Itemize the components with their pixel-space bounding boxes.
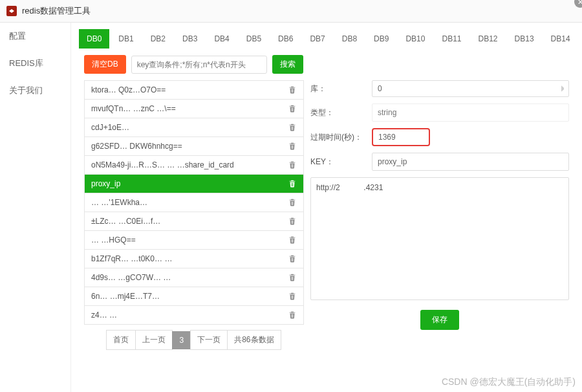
pager-prev[interactable]: 上一页	[135, 330, 173, 350]
tab-db5[interactable]: DB5	[239, 29, 269, 49]
trash-icon[interactable]	[288, 273, 297, 282]
key-label: mvufQTn… …znC …\==	[91, 104, 176, 113]
key-label: proxy_ip	[91, 179, 120, 188]
key-label: oN5Ma49-ji…R…S… … …share_id_card	[91, 160, 234, 169]
redis-logo-icon	[6, 6, 17, 16]
pager-total: 共86条数据	[227, 330, 281, 350]
db-label: 库：	[310, 83, 372, 94]
tab-db3[interactable]: DB3	[175, 29, 205, 49]
ttl-value[interactable]: 1369	[372, 128, 430, 146]
key-row[interactable]: oN5Ma49-ji…R…S… … …share_id_card	[85, 156, 303, 175]
sidebar-item-config[interactable]: 配置	[0, 23, 70, 50]
trash-icon[interactable]	[288, 85, 297, 94]
key-label: 6n… …mj4E…T7…	[91, 292, 160, 301]
search-input[interactable]	[131, 56, 267, 74]
detail-panel: 库： 0 类型： string 过期时间(秒)： 1369 KEY：	[310, 80, 569, 350]
key-label: KEY：	[310, 157, 372, 168]
key-label: b1Zf7qR… …t0K0… …	[91, 254, 172, 263]
main: 配置 REDIS库 关于我们 DB0DB1DB2DB3DB4DB5DB6DB7D…	[0, 23, 582, 392]
pager-current: 3	[172, 331, 191, 349]
trash-icon[interactable]	[288, 310, 297, 320]
content: DB0DB1DB2DB3DB4DB5DB6DB7DB8DB9DB10DB11DB…	[71, 23, 582, 392]
tab-db0[interactable]: DB0	[79, 29, 109, 49]
tab-db14[interactable]: DB14	[543, 29, 578, 49]
key-row[interactable]: 6n… …mj4E…T7…	[85, 287, 303, 306]
tab-db9[interactable]: DB9	[366, 29, 396, 49]
key-label: ±LZc… …C0Ei…f…	[91, 217, 160, 226]
key-input[interactable]	[372, 153, 569, 171]
tab-db15[interactable]: DB15	[579, 29, 582, 49]
key-label: 4d9s… …gCO7W… …	[91, 273, 171, 282]
key-row[interactable]: mvufQTn… …znC …\==	[85, 100, 303, 118]
trash-icon[interactable]	[288, 217, 297, 226]
clear-db-button[interactable]: 清空DB	[84, 55, 126, 74]
workarea: ktora… Q0z…O7O==mvufQTn… …znC …\==cdJ+1o…	[71, 80, 582, 356]
trash-icon[interactable]	[288, 254, 297, 263]
save-button[interactable]: 保存	[420, 310, 459, 330]
key-row[interactable]: proxy_ip	[85, 175, 303, 193]
toolbar: 清空DB 搜索	[71, 49, 582, 80]
key-list: ktora… Q0z…O7O==mvufQTn… …znC …\==cdJ+1o…	[84, 80, 304, 325]
key-row[interactable]: cdJ+1oE…	[85, 118, 303, 137]
key-label: … …'1EWkha…	[91, 198, 147, 207]
key-row[interactable]: 4d9s… …gCO7W… …	[85, 268, 303, 287]
db-tabs: DB0DB1DB2DB3DB4DB5DB6DB7DB8DB9DB10DB11DB…	[71, 23, 582, 49]
pager-next[interactable]: 下一页	[190, 330, 228, 350]
type-label: 类型：	[310, 107, 372, 118]
tab-db7[interactable]: DB7	[302, 29, 332, 49]
tab-db12[interactable]: DB12	[471, 29, 506, 49]
key-label: ktora… Q0z…O7O==	[91, 85, 166, 94]
tab-db1[interactable]: DB1	[111, 29, 141, 49]
tab-db8[interactable]: DB8	[334, 29, 365, 49]
trash-icon[interactable]	[288, 198, 297, 207]
trash-icon[interactable]	[288, 292, 297, 301]
trash-icon[interactable]	[288, 104, 297, 113]
key-row[interactable]: … …HGQ==	[85, 231, 303, 250]
key-row[interactable]: ktora… Q0z…O7O==	[85, 81, 303, 100]
key-row[interactable]: ±LZc… …C0Ei…f…	[85, 212, 303, 231]
type-value: string	[372, 103, 569, 122]
tab-db10[interactable]: DB10	[398, 29, 433, 49]
key-row[interactable]: g62SFD… DKW6hnhcg==	[85, 137, 303, 156]
tab-db4[interactable]: DB4	[206, 29, 237, 49]
key-label: cdJ+1oE…	[91, 123, 129, 132]
key-label: z4… …	[91, 310, 117, 320]
ttl-label: 过期时间(秒)：	[310, 132, 372, 143]
key-label: … …HGQ==	[91, 235, 136, 245]
sidebar: 配置 REDIS库 关于我们	[0, 23, 71, 392]
tab-db6[interactable]: DB6	[270, 29, 301, 49]
db-select[interactable]: 0	[372, 80, 569, 97]
sidebar-item-redis[interactable]: REDIS库	[0, 50, 70, 77]
app-title: redis数据管理工具	[22, 5, 91, 17]
tab-db2[interactable]: DB2	[143, 29, 173, 49]
pager-first[interactable]: 首页	[106, 330, 136, 350]
trash-icon[interactable]	[288, 123, 297, 132]
key-row[interactable]: … …'1EWkha…	[85, 193, 303, 212]
value-textarea[interactable]	[310, 177, 569, 300]
trash-icon[interactable]	[288, 142, 297, 151]
keylist-panel: ktora… Q0z…O7O==mvufQTn… …znC …\==cdJ+1o…	[84, 80, 304, 350]
key-row[interactable]: z4… …	[85, 306, 303, 325]
tab-db13[interactable]: DB13	[507, 29, 542, 49]
key-label: g62SFD… DKW6hnhcg==	[91, 142, 182, 151]
search-button[interactable]: 搜索	[272, 55, 303, 74]
key-row[interactable]: b1Zf7qR… …t0K0… …	[85, 250, 303, 268]
tab-db11[interactable]: DB11	[434, 29, 469, 49]
trash-icon[interactable]	[288, 160, 297, 169]
sidebar-item-about[interactable]: 关于我们	[0, 77, 70, 104]
trash-icon[interactable]	[288, 235, 297, 245]
titlebar: redis数据管理工具	[0, 0, 582, 23]
trash-icon[interactable]	[288, 179, 297, 188]
pager: 首页 上一页 3 下一页 共86条数据	[84, 330, 304, 350]
